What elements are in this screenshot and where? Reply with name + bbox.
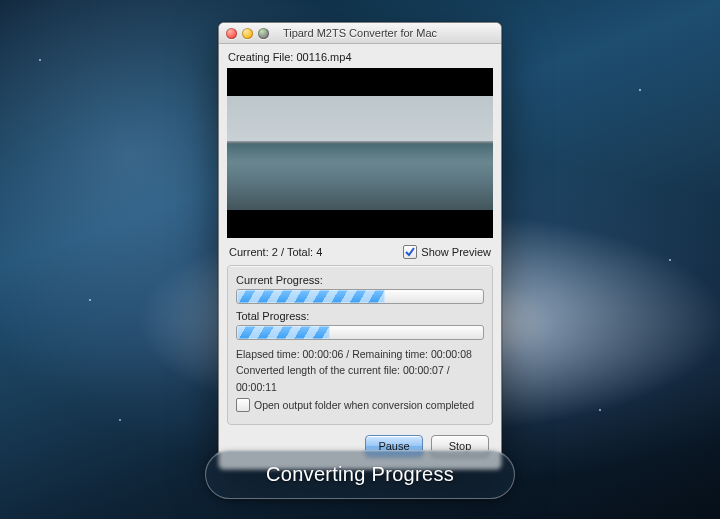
converter-progress-window: Tipard M2TS Converter for Mac Creating F… <box>218 22 502 470</box>
progress-panel: Current Progress: Total Progress: Elapse… <box>227 265 493 425</box>
show-preview-label: Show Preview <box>421 246 491 258</box>
video-preview <box>227 68 493 238</box>
checkbox-icon <box>403 245 417 259</box>
current-progress-fill <box>237 290 385 303</box>
overlay-caption: Converting Progress <box>205 450 515 499</box>
open-output-folder-checkbox[interactable]: Open output folder when conversion compl… <box>236 397 474 413</box>
total-progress-fill <box>237 326 330 339</box>
total-progress-bar <box>236 325 484 340</box>
file-counter: Current: 2 / Total: 4 <box>229 246 322 258</box>
elapsed-remaining-text: Elapsed time: 00:00:06 / Remaining time:… <box>236 346 484 362</box>
open-output-folder-label: Open output folder when conversion compl… <box>254 397 474 413</box>
window-title: Tipard M2TS Converter for Mac <box>219 27 501 39</box>
show-preview-checkbox[interactable]: Show Preview <box>403 245 491 259</box>
current-progress-label: Current Progress: <box>236 274 484 286</box>
video-preview-frame <box>227 96 493 210</box>
converted-length-text: Converted length of the current file: 00… <box>236 362 484 395</box>
window-titlebar[interactable]: Tipard M2TS Converter for Mac <box>219 23 501 44</box>
current-progress-bar <box>236 289 484 304</box>
progress-info: Elapsed time: 00:00:06 / Remaining time:… <box>236 346 484 416</box>
checkbox-icon <box>236 398 250 412</box>
creating-file-label: Creating File: 00116.mp4 <box>227 48 493 66</box>
window-body: Creating File: 00116.mp4 Current: 2 / To… <box>219 44 501 469</box>
desktop-background: Tipard M2TS Converter for Mac Creating F… <box>0 0 720 519</box>
total-progress-label: Total Progress: <box>236 310 484 322</box>
